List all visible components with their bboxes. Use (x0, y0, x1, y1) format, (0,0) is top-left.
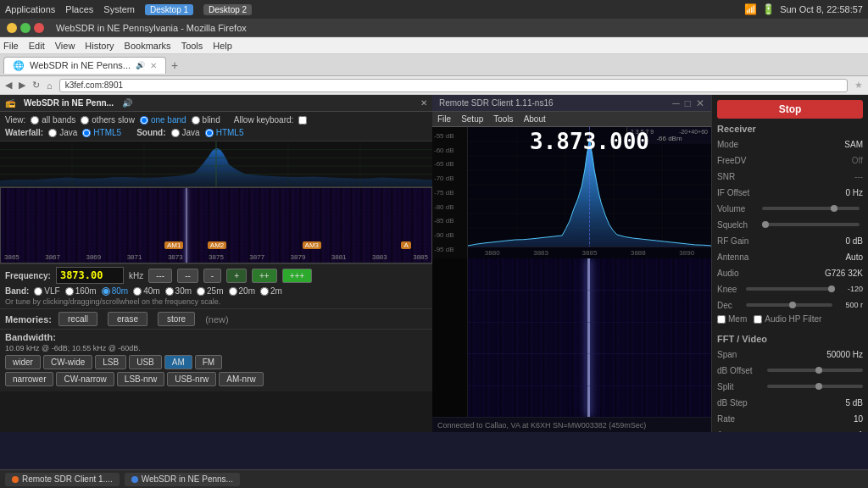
ff-menu-history[interactable]: History (85, 41, 114, 51)
ff-menu-tools[interactable]: Tools (181, 41, 203, 51)
wf-java[interactable]: Java (48, 128, 77, 137)
tune-plus-plus-plus[interactable]: +++ (282, 269, 313, 283)
bw-lsb[interactable]: LSB (95, 355, 126, 369)
bw-am[interactable]: AM (164, 355, 192, 369)
snd-html5[interactable]: HTML5 (205, 128, 244, 137)
band-2m[interactable]: 2m (260, 286, 282, 296)
rsdr-minimize-icon[interactable]: ─ (672, 97, 680, 109)
os-places[interactable]: Places (65, 4, 93, 14)
forward-button[interactable]: ▶ (19, 80, 25, 91)
stop-button[interactable]: Stop (717, 100, 863, 119)
rsdr-menu-file[interactable]: File (437, 114, 451, 124)
snd-java-radio[interactable] (171, 129, 180, 137)
band-40m[interactable]: 40m (133, 286, 159, 296)
mute-icon[interactable]: 🔊 (122, 98, 132, 108)
band-vlf[interactable]: VLF (34, 286, 59, 296)
home-button[interactable]: ⌂ (47, 80, 53, 91)
wf-java-radio[interactable] (48, 129, 57, 137)
ff-menu-edit[interactable]: Edit (29, 41, 45, 51)
wf-html5-radio[interactable] (82, 129, 91, 137)
band-30m[interactable]: 30m (165, 286, 192, 296)
bw-label: Bandwidth: (5, 332, 56, 342)
tune-minus-minus[interactable]: -- (177, 269, 198, 283)
waterfall-display[interactable]: AM1 AM2 AM3 A 38653867386938713873387538… (0, 187, 432, 263)
bw-cwwide[interactable]: CW-wide (43, 355, 92, 369)
bw-usbnrw[interactable]: USB-nrw (167, 372, 216, 386)
store-button[interactable]: store (158, 312, 195, 326)
wf-marker-am1: AM1 (164, 241, 183, 249)
view-oneband[interactable]: one band (140, 115, 186, 125)
mem-checkbox[interactable] (717, 315, 726, 324)
view-allbands-radio[interactable] (31, 116, 39, 125)
keyboard-checkbox[interactable] (298, 116, 307, 125)
rsdr-menu-about[interactable]: About (524, 114, 546, 124)
ff-menu-file[interactable]: File (3, 41, 19, 51)
bw-usb[interactable]: USB (129, 355, 162, 369)
taskbar-item-websdr[interactable]: WebSDR in NE Penns... (125, 473, 240, 486)
back-button[interactable]: ◀ (5, 80, 12, 91)
bw-buttons-row1: wider CW-wide LSB USB AM FM (5, 355, 427, 369)
snd-html5-radio[interactable] (205, 129, 214, 137)
view-othersslow[interactable]: others slow (81, 115, 135, 125)
frequency-input[interactable] (56, 267, 124, 284)
split-slider[interactable] (767, 385, 863, 388)
url-input[interactable]: k3fef.com:8901 (59, 79, 848, 92)
rsdr-menu-tools[interactable]: Tools (493, 114, 513, 124)
bw-amnrw[interactable]: AM-nrw (219, 372, 263, 386)
antenna-value: Auto (845, 252, 863, 262)
tab-close-icon[interactable]: ✕ (150, 61, 157, 70)
view-blind-radio[interactable] (192, 116, 200, 125)
knee-slider[interactable] (746, 287, 832, 291)
squelch-slider[interactable] (762, 223, 860, 226)
snd-java[interactable]: Java (171, 128, 200, 137)
tab-close-btn[interactable]: ✕ (420, 98, 427, 108)
wf-html5[interactable]: HTML5 (82, 128, 121, 137)
view-oneband-radio[interactable] (140, 116, 148, 125)
tune-minus[interactable]: - (203, 269, 221, 283)
recall-button[interactable]: recall (58, 312, 97, 326)
rsdr-menu-setup[interactable]: Setup (461, 114, 483, 124)
tab-mute-icon[interactable]: 🔊 (136, 61, 145, 69)
audiohp-checkbox-row[interactable]: Audio HP Filter (754, 314, 821, 324)
bw-wider[interactable]: wider (5, 355, 41, 369)
band-25m[interactable]: 25m (197, 286, 223, 296)
volume-slider[interactable] (762, 207, 860, 210)
mem-checkbox-row[interactable]: Mem (717, 314, 747, 324)
rsdr-close-icon[interactable]: ✕ (696, 97, 704, 109)
new-tab-button[interactable]: + (171, 58, 178, 72)
os-system[interactable]: System (103, 4, 135, 14)
tune-plus-plus[interactable]: ++ (252, 269, 277, 283)
band-160m[interactable]: 160m (65, 286, 97, 296)
refresh-button[interactable]: ↻ (32, 80, 40, 91)
view-othersslow-radio[interactable] (81, 116, 89, 125)
os-desktop2[interactable]: Desktop 2 (203, 4, 252, 15)
band-20m[interactable]: 20m (229, 286, 255, 296)
maximize-button[interactable] (20, 23, 31, 33)
tune-plus[interactable]: + (226, 269, 247, 283)
bw-narrower[interactable]: narrower (5, 372, 53, 386)
bw-cwnarrow[interactable]: CW-narrow (56, 372, 114, 386)
dec-slider[interactable] (746, 303, 832, 307)
ff-menu-view[interactable]: View (55, 41, 75, 51)
view-allbands[interactable]: all bands (31, 115, 75, 125)
ff-menu-help[interactable]: Help (213, 41, 232, 51)
audiohp-checkbox[interactable] (754, 315, 762, 324)
tune-minus-minus-minus[interactable]: --- (148, 269, 172, 283)
close-button[interactable] (34, 23, 44, 33)
view-blind[interactable]: blind (192, 115, 220, 125)
rsdr-maximize-icon[interactable]: □ (685, 97, 691, 109)
taskbar-item-rsdr[interactable]: Remote SDR Client 1.... (5, 473, 120, 486)
bookmark-icon[interactable]: ★ (854, 80, 863, 91)
bw-fm[interactable]: FM (195, 355, 222, 369)
ff-menu-bookmarks[interactable]: Bookmarks (125, 41, 171, 51)
os-apps[interactable]: Applications Places System Desktop 1 Des… (5, 4, 252, 15)
os-applications[interactable]: Applications (5, 4, 55, 14)
erase-button[interactable]: erase (108, 312, 147, 326)
bw-lsbnrw[interactable]: LSB-nrw (117, 372, 164, 386)
minimize-button[interactable] (7, 23, 17, 33)
band-80m[interactable]: 80m (102, 286, 128, 296)
ff-tab-websdr[interactable]: 🌐 WebSDR in NE Penns... 🔊 ✕ (3, 57, 166, 74)
os-desktop1[interactable]: Desktop 1 (145, 4, 193, 15)
dboffset-slider[interactable] (767, 369, 863, 372)
win-controls[interactable] (7, 23, 44, 33)
